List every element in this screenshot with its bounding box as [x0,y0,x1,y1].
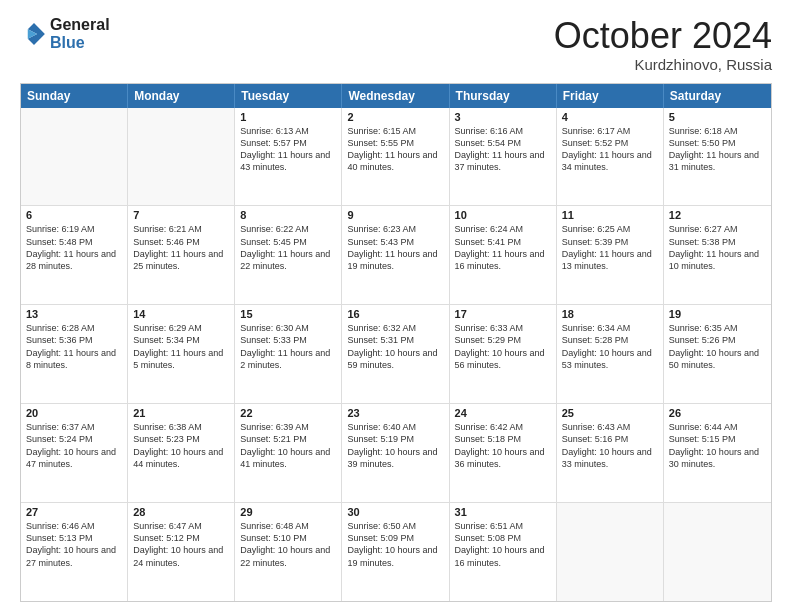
cell-info: Sunrise: 6:39 AM Sunset: 5:21 PM Dayligh… [240,421,336,470]
cell-info: Sunrise: 6:38 AM Sunset: 5:23 PM Dayligh… [133,421,229,470]
weekday-header-friday: Friday [557,84,664,108]
day-number: 14 [133,308,229,320]
logo-text: General Blue [50,16,110,51]
calendar-cell: 6Sunrise: 6:19 AM Sunset: 5:48 PM Daylig… [21,206,128,304]
day-number: 19 [669,308,766,320]
calendar-cell: 20Sunrise: 6:37 AM Sunset: 5:24 PM Dayli… [21,404,128,502]
cell-info: Sunrise: 6:34 AM Sunset: 5:28 PM Dayligh… [562,322,658,371]
calendar-cell: 13Sunrise: 6:28 AM Sunset: 5:36 PM Dayli… [21,305,128,403]
location: Kurdzhinovo, Russia [554,56,772,73]
title-block: October 2024 Kurdzhinovo, Russia [554,16,772,73]
calendar-cell [128,108,235,206]
weekday-header-sunday: Sunday [21,84,128,108]
calendar-cell: 15Sunrise: 6:30 AM Sunset: 5:33 PM Dayli… [235,305,342,403]
cell-info: Sunrise: 6:18 AM Sunset: 5:50 PM Dayligh… [669,125,766,174]
calendar-cell: 2Sunrise: 6:15 AM Sunset: 5:55 PM Daylig… [342,108,449,206]
day-number: 9 [347,209,443,221]
calendar-cell: 10Sunrise: 6:24 AM Sunset: 5:41 PM Dayli… [450,206,557,304]
cell-info: Sunrise: 6:51 AM Sunset: 5:08 PM Dayligh… [455,520,551,569]
calendar-cell: 25Sunrise: 6:43 AM Sunset: 5:16 PM Dayli… [557,404,664,502]
calendar-cell: 17Sunrise: 6:33 AM Sunset: 5:29 PM Dayli… [450,305,557,403]
day-number: 28 [133,506,229,518]
calendar-cell: 4Sunrise: 6:17 AM Sunset: 5:52 PM Daylig… [557,108,664,206]
cell-info: Sunrise: 6:24 AM Sunset: 5:41 PM Dayligh… [455,223,551,272]
calendar-cell: 29Sunrise: 6:48 AM Sunset: 5:10 PM Dayli… [235,503,342,601]
cell-info: Sunrise: 6:40 AM Sunset: 5:19 PM Dayligh… [347,421,443,470]
calendar-cell: 14Sunrise: 6:29 AM Sunset: 5:34 PM Dayli… [128,305,235,403]
cell-info: Sunrise: 6:29 AM Sunset: 5:34 PM Dayligh… [133,322,229,371]
day-number: 15 [240,308,336,320]
cell-info: Sunrise: 6:23 AM Sunset: 5:43 PM Dayligh… [347,223,443,272]
day-number: 1 [240,111,336,123]
calendar-cell: 3Sunrise: 6:16 AM Sunset: 5:54 PM Daylig… [450,108,557,206]
calendar-row: 27Sunrise: 6:46 AM Sunset: 5:13 PM Dayli… [21,502,771,601]
weekday-header-monday: Monday [128,84,235,108]
calendar-row: 1Sunrise: 6:13 AM Sunset: 5:57 PM Daylig… [21,108,771,206]
cell-info: Sunrise: 6:25 AM Sunset: 5:39 PM Dayligh… [562,223,658,272]
calendar-cell: 24Sunrise: 6:42 AM Sunset: 5:18 PM Dayli… [450,404,557,502]
calendar-row: 13Sunrise: 6:28 AM Sunset: 5:36 PM Dayli… [21,304,771,403]
calendar-row: 20Sunrise: 6:37 AM Sunset: 5:24 PM Dayli… [21,403,771,502]
calendar-cell: 11Sunrise: 6:25 AM Sunset: 5:39 PM Dayli… [557,206,664,304]
day-number: 17 [455,308,551,320]
cell-info: Sunrise: 6:35 AM Sunset: 5:26 PM Dayligh… [669,322,766,371]
cell-info: Sunrise: 6:17 AM Sunset: 5:52 PM Dayligh… [562,125,658,174]
calendar-cell: 27Sunrise: 6:46 AM Sunset: 5:13 PM Dayli… [21,503,128,601]
calendar-header: SundayMondayTuesdayWednesdayThursdayFrid… [21,84,771,108]
weekday-header-wednesday: Wednesday [342,84,449,108]
day-number: 11 [562,209,658,221]
calendar-cell: 26Sunrise: 6:44 AM Sunset: 5:15 PM Dayli… [664,404,771,502]
day-number: 20 [26,407,122,419]
calendar-cell [664,503,771,601]
cell-info: Sunrise: 6:15 AM Sunset: 5:55 PM Dayligh… [347,125,443,174]
cell-info: Sunrise: 6:42 AM Sunset: 5:18 PM Dayligh… [455,421,551,470]
day-number: 21 [133,407,229,419]
cell-info: Sunrise: 6:21 AM Sunset: 5:46 PM Dayligh… [133,223,229,272]
day-number: 18 [562,308,658,320]
calendar-cell: 19Sunrise: 6:35 AM Sunset: 5:26 PM Dayli… [664,305,771,403]
weekday-header-saturday: Saturday [664,84,771,108]
calendar-cell [21,108,128,206]
day-number: 27 [26,506,122,518]
calendar-cell: 1Sunrise: 6:13 AM Sunset: 5:57 PM Daylig… [235,108,342,206]
calendar-cell: 18Sunrise: 6:34 AM Sunset: 5:28 PM Dayli… [557,305,664,403]
day-number: 5 [669,111,766,123]
header: General Blue October 2024 Kurdzhinovo, R… [20,16,772,73]
calendar-cell [557,503,664,601]
calendar-body: 1Sunrise: 6:13 AM Sunset: 5:57 PM Daylig… [21,108,771,601]
calendar-cell: 30Sunrise: 6:50 AM Sunset: 5:09 PM Dayli… [342,503,449,601]
day-number: 3 [455,111,551,123]
cell-info: Sunrise: 6:16 AM Sunset: 5:54 PM Dayligh… [455,125,551,174]
day-number: 26 [669,407,766,419]
calendar-cell: 21Sunrise: 6:38 AM Sunset: 5:23 PM Dayli… [128,404,235,502]
day-number: 6 [26,209,122,221]
day-number: 16 [347,308,443,320]
calendar-row: 6Sunrise: 6:19 AM Sunset: 5:48 PM Daylig… [21,205,771,304]
day-number: 31 [455,506,551,518]
day-number: 23 [347,407,443,419]
day-number: 4 [562,111,658,123]
weekday-header-tuesday: Tuesday [235,84,342,108]
day-number: 8 [240,209,336,221]
calendar-cell: 23Sunrise: 6:40 AM Sunset: 5:19 PM Dayli… [342,404,449,502]
day-number: 13 [26,308,122,320]
month-title: October 2024 [554,16,772,56]
calendar: SundayMondayTuesdayWednesdayThursdayFrid… [20,83,772,602]
cell-info: Sunrise: 6:47 AM Sunset: 5:12 PM Dayligh… [133,520,229,569]
cell-info: Sunrise: 6:30 AM Sunset: 5:33 PM Dayligh… [240,322,336,371]
calendar-cell: 22Sunrise: 6:39 AM Sunset: 5:21 PM Dayli… [235,404,342,502]
cell-info: Sunrise: 6:43 AM Sunset: 5:16 PM Dayligh… [562,421,658,470]
day-number: 29 [240,506,336,518]
calendar-cell: 16Sunrise: 6:32 AM Sunset: 5:31 PM Dayli… [342,305,449,403]
calendar-cell: 31Sunrise: 6:51 AM Sunset: 5:08 PM Dayli… [450,503,557,601]
logo-icon [20,20,48,48]
cell-info: Sunrise: 6:33 AM Sunset: 5:29 PM Dayligh… [455,322,551,371]
day-number: 24 [455,407,551,419]
cell-info: Sunrise: 6:48 AM Sunset: 5:10 PM Dayligh… [240,520,336,569]
cell-info: Sunrise: 6:13 AM Sunset: 5:57 PM Dayligh… [240,125,336,174]
page: General Blue October 2024 Kurdzhinovo, R… [0,0,792,612]
calendar-cell: 28Sunrise: 6:47 AM Sunset: 5:12 PM Dayli… [128,503,235,601]
day-number: 2 [347,111,443,123]
day-number: 25 [562,407,658,419]
day-number: 10 [455,209,551,221]
